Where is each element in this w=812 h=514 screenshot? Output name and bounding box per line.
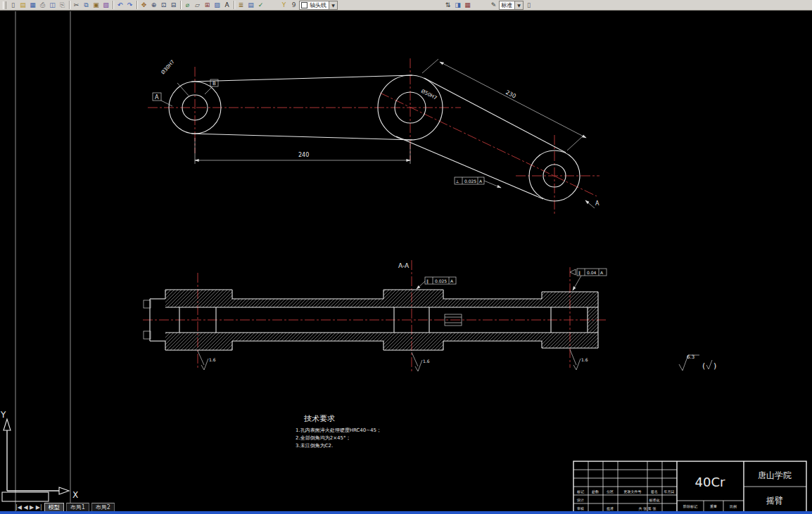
svg-text:): )	[713, 361, 716, 371]
ucs-y-label: Y	[0, 410, 6, 420]
tab-model[interactable]: 模型	[44, 503, 64, 512]
svg-text:∥: ∥	[426, 278, 429, 284]
svg-text:设计: 设计	[576, 498, 584, 502]
layer-combo[interactable]: 轴头线▼	[299, 1, 338, 10]
zoom-previous-icon[interactable]: ⊟	[169, 1, 178, 10]
tab-layout1[interactable]: 布局1	[66, 503, 89, 512]
undo-icon[interactable]: ↶	[115, 1, 125, 10]
layer-combo-value: 轴头线	[310, 1, 326, 9]
style-combo[interactable]: 标准▼	[499, 1, 524, 10]
svg-text:批准: 批准	[607, 506, 614, 511]
toolbar-grip[interactable]	[3, 1, 6, 9]
toolbox-icon[interactable]: ▦	[463, 1, 472, 10]
school-name: 唐山学院	[758, 470, 792, 480]
svg-text:(: (	[702, 361, 705, 371]
redo-icon[interactable]: ↷	[125, 1, 134, 10]
svg-text:1.6: 1.6	[581, 357, 588, 362]
svg-text:0.025: 0.025	[435, 278, 447, 283]
style-edit-icon[interactable]: ✎	[489, 1, 498, 10]
open-icon[interactable]: ▤	[18, 1, 27, 10]
tech-req-line1: 1.孔内表面淬火处理硬度HRC40~45；	[296, 428, 381, 433]
svg-text:分区: 分区	[607, 489, 614, 494]
svg-text:0.04: 0.04	[587, 270, 597, 275]
make-layer-current-icon[interactable]: ✓	[256, 1, 265, 10]
layer-lock-icon[interactable]: 9	[289, 1, 298, 10]
pan-icon[interactable]: ✥	[139, 1, 148, 10]
svg-text:处数: 处数	[592, 489, 599, 494]
tech-req-line2: 2.全部倒角均为2×45°；	[296, 435, 350, 441]
tab-layout2[interactable]: 布局2	[91, 503, 115, 512]
svg-text:6.3: 6.3	[687, 354, 694, 360]
svg-text:重量: 重量	[710, 504, 717, 508]
layer-states-icon[interactable]: ▤	[246, 1, 255, 10]
svg-text:标准化: 标准化	[649, 498, 660, 503]
layer-properties-icon[interactable]: ≣	[236, 1, 246, 10]
text-icon[interactable]: A	[222, 1, 231, 10]
part-name: 摇臂	[766, 496, 783, 506]
taskbar-edge	[0, 511, 812, 514]
publish-icon[interactable]: ⎘	[58, 1, 67, 10]
toolbar-separator	[137, 1, 137, 9]
sheet-icon[interactable]: ▯	[524, 1, 533, 10]
plot-icon[interactable]: ⎙	[38, 1, 47, 10]
svg-text:0.025: 0.025	[464, 179, 476, 184]
style-combo-dropdown-arrow[interactable]: ▼	[514, 1, 523, 9]
svg-text:比例: 比例	[730, 504, 737, 509]
cad-canvas[interactable]: 240 230 Ø30H7 Ø50H7 A B ⟂ 0	[0, 0, 812, 514]
material-label: 40Cr	[695, 475, 725, 489]
cut-icon[interactable]: ✂	[72, 1, 81, 10]
region-icon[interactable]: ▱	[193, 1, 202, 10]
svg-text:A: A	[595, 200, 600, 207]
toolbar-spacer	[266, 5, 279, 6]
svg-text:⟂: ⟂	[456, 179, 459, 184]
copy-icon[interactable]: ⧉	[82, 1, 91, 10]
save-icon[interactable]: ▦	[28, 1, 37, 10]
svg-text:更改文件号: 更改文件号	[624, 489, 642, 494]
layer-combo-dropdown-arrow[interactable]: ▼	[329, 1, 337, 9]
toolbar-separator	[113, 1, 113, 9]
svg-text:审核: 审核	[577, 506, 584, 510]
spin-arrows-icon[interactable]: ⇅	[443, 1, 452, 10]
layer-filter-icon[interactable]: Y	[279, 1, 288, 10]
toolbar-separator	[69, 1, 70, 9]
toolbar-spacer	[473, 5, 488, 6]
svg-text:阶段标记: 阶段标记	[683, 504, 697, 509]
zoom-window-icon[interactable]: ⊡	[159, 1, 168, 10]
svg-text:年月日: 年月日	[664, 489, 675, 494]
toolbar-separator	[180, 1, 181, 9]
drawing-area[interactable]: 240 230 Ø30H7 Ø50H7 A B ⟂ 0	[0, 0, 812, 514]
dim-d1-text: 240	[298, 152, 309, 158]
layer-color-swatch	[301, 2, 307, 8]
toolbar-separator	[234, 1, 234, 9]
properties-icon[interactable]: ◨	[453, 1, 462, 10]
svg-text:1.6: 1.6	[209, 357, 216, 362]
distance-icon[interactable]: ⌀	[183, 1, 192, 10]
ucs-x-label: X	[72, 490, 78, 500]
toolbar-spacer	[338, 5, 443, 6]
section-title: A-A	[398, 262, 410, 269]
tech-req-line3: 3.未注倒角为C2.	[296, 442, 333, 449]
svg-text:∥: ∥	[578, 270, 581, 276]
tech-req-title: 技术要求	[304, 414, 335, 423]
svg-text:B: B	[212, 81, 216, 86]
block-icon[interactable]: ⊞	[203, 1, 212, 10]
plot-preview-icon[interactable]: ◫	[48, 1, 57, 10]
style-combo-value: 标准	[501, 1, 512, 9]
svg-text:标记: 标记	[576, 489, 584, 494]
svg-text:1.6: 1.6	[423, 359, 430, 364]
new-icon[interactable]: ▯	[8, 1, 18, 10]
tab-nav-buttons[interactable]: |◀ ◀ ▶ ▶|	[15, 504, 42, 510]
zoom-realtime-icon[interactable]: ⊕	[149, 1, 158, 10]
top-toolbar: ▯▤▦⎙◫⎘✂⧉▣▧↶↷✥⊕⊡⊟⌀▱⊞▨A≣▤✓Y9轴头线▼⇅◨▦✎标准▼▯	[0, 0, 812, 11]
svg-text:共 张 第 张: 共 张 第 张	[639, 506, 656, 511]
paste-icon[interactable]: ▣	[91, 1, 101, 10]
match-properties-icon[interactable]: ▧	[101, 1, 110, 10]
svg-text:A: A	[155, 94, 159, 101]
hatch-icon[interactable]: ▨	[212, 1, 222, 10]
svg-text:签名: 签名	[651, 489, 658, 494]
layout-tab-bar: |◀ ◀ ▶ ▶| 模型 布局1 布局2	[15, 503, 115, 511]
